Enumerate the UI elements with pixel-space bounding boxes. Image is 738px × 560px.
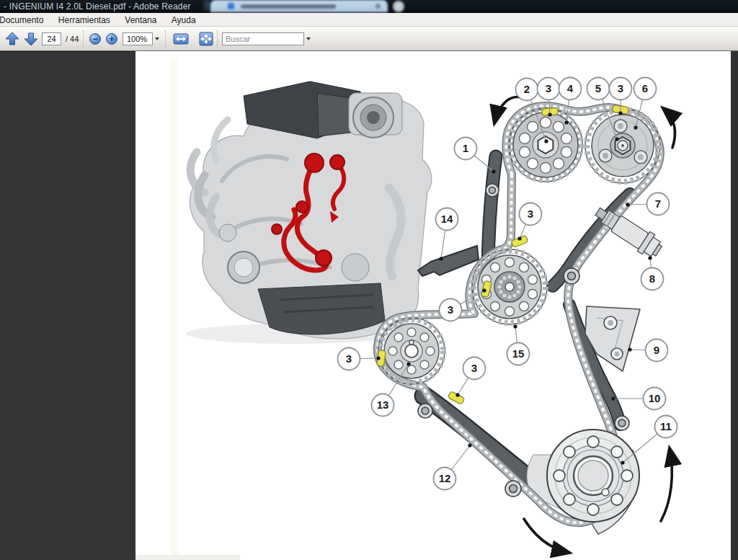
svg-text:8: 8 bbox=[649, 272, 655, 285]
callout-3: 3 bbox=[517, 203, 541, 241]
svg-text:3: 3 bbox=[528, 208, 533, 220]
svg-text:4: 4 bbox=[567, 82, 574, 94]
svg-text:3: 3 bbox=[346, 352, 352, 365]
tab-close-icon bbox=[375, 4, 381, 9]
zoom-level-box[interactable]: 100% bbox=[123, 32, 153, 45]
down-arrow-icon bbox=[23, 31, 39, 47]
svg-text:12: 12 bbox=[439, 472, 451, 484]
search-input[interactable] bbox=[222, 32, 304, 45]
svg-text:2: 2 bbox=[524, 83, 530, 95]
guide-14 bbox=[418, 246, 479, 276]
tab-title-blurred bbox=[241, 4, 336, 9]
svg-text:11: 11 bbox=[660, 420, 672, 432]
vvt-sprocket bbox=[585, 108, 660, 183]
chevron-down-icon bbox=[155, 37, 159, 40]
up-arrow-icon bbox=[4, 31, 20, 47]
search-dropdown-button[interactable] bbox=[304, 32, 313, 45]
toolbar-separator bbox=[83, 30, 84, 48]
engine-photo-illustration bbox=[186, 81, 432, 344]
arrow-top-right bbox=[663, 108, 675, 148]
zoom-out-button[interactable]: − bbox=[89, 33, 101, 45]
zoom-level-value: 100% bbox=[127, 35, 147, 43]
svg-text:13: 13 bbox=[377, 399, 389, 411]
menu-ayuda[interactable]: Ayuda bbox=[166, 14, 202, 27]
title-bar: - INGENIUM I4 2.0L Diesel.pdf - Adobe Re… bbox=[0, 0, 738, 13]
fit-page-icon bbox=[197, 31, 215, 47]
menu-ventana[interactable]: Ventana bbox=[119, 14, 162, 27]
background-browser-tab[interactable] bbox=[210, 0, 388, 12]
svg-text:3: 3 bbox=[546, 82, 551, 94]
menu-bar: Documento Herramientas Ventana Ayuda bbox=[0, 13, 738, 27]
toolbar: / 44 − + 100% bbox=[0, 27, 738, 51]
adobe-reader-window: - INGENIUM I4 2.0L Diesel.pdf - Adobe Re… bbox=[0, 0, 738, 560]
svg-text:7: 7 bbox=[655, 197, 661, 210]
callout-14: 14 bbox=[436, 208, 458, 261]
page-artifact-band bbox=[170, 57, 178, 556]
svg-text:9: 9 bbox=[654, 344, 659, 356]
page-total-label: / 44 bbox=[61, 35, 79, 43]
menu-herramientas[interactable]: Herramientas bbox=[53, 14, 116, 27]
menu-documento[interactable]: Documento bbox=[0, 14, 49, 27]
window-title: - INGENIUM I4 2.0L Diesel.pdf - Adobe Re… bbox=[4, 1, 191, 12]
arrow-bottom-left bbox=[524, 519, 569, 553]
background-window-button bbox=[393, 1, 404, 12]
chevron-down-icon bbox=[306, 37, 311, 40]
fit-page-button[interactable] bbox=[197, 30, 215, 48]
toolbar-separator bbox=[165, 30, 166, 48]
zoom-dropdown-button[interactable] bbox=[153, 32, 161, 45]
svg-text:6: 6 bbox=[642, 82, 648, 94]
next-page-button[interactable] bbox=[22, 30, 40, 48]
svg-text:3: 3 bbox=[471, 362, 477, 374]
previous-page-button[interactable] bbox=[3, 30, 22, 48]
callout-12: 12 bbox=[434, 443, 472, 489]
workspace-background-right bbox=[731, 51, 738, 560]
workspace-background-left bbox=[0, 51, 135, 560]
toolbar-separator bbox=[217, 30, 218, 48]
svg-text:1: 1 bbox=[463, 142, 468, 154]
page-bottom-strip bbox=[135, 555, 240, 560]
callout-3: 3 bbox=[455, 357, 485, 397]
plus-icon: + bbox=[109, 35, 114, 43]
fit-width-icon bbox=[172, 32, 190, 46]
svg-text:10: 10 bbox=[649, 392, 661, 404]
timing-chain-figure: 23453617143831593133101112 bbox=[135, 51, 731, 560]
document-area: 23453617143831593133101112 bbox=[0, 51, 738, 560]
svg-text:3: 3 bbox=[618, 82, 623, 94]
callout-9: 9 bbox=[628, 339, 667, 362]
arrow-bottom-right bbox=[661, 448, 672, 521]
svg-text:5: 5 bbox=[595, 82, 601, 94]
page-number-input[interactable] bbox=[42, 32, 61, 45]
camshaft-sprocket bbox=[509, 108, 582, 182]
svg-text:3: 3 bbox=[448, 303, 453, 316]
minus-icon: − bbox=[92, 35, 97, 43]
pdf-page: 23453617143831593133101112 bbox=[135, 51, 731, 560]
callout-15: 15 bbox=[507, 324, 530, 365]
svg-text:14: 14 bbox=[441, 213, 453, 225]
lower-sprocket bbox=[378, 318, 445, 384]
crank-pulley bbox=[547, 430, 639, 522]
callout-8: 8 bbox=[641, 256, 664, 290]
tab-favicon bbox=[228, 3, 234, 9]
fit-width-button[interactable] bbox=[172, 30, 190, 48]
zoom-in-button[interactable]: + bbox=[106, 33, 117, 45]
svg-text:15: 15 bbox=[512, 347, 525, 360]
